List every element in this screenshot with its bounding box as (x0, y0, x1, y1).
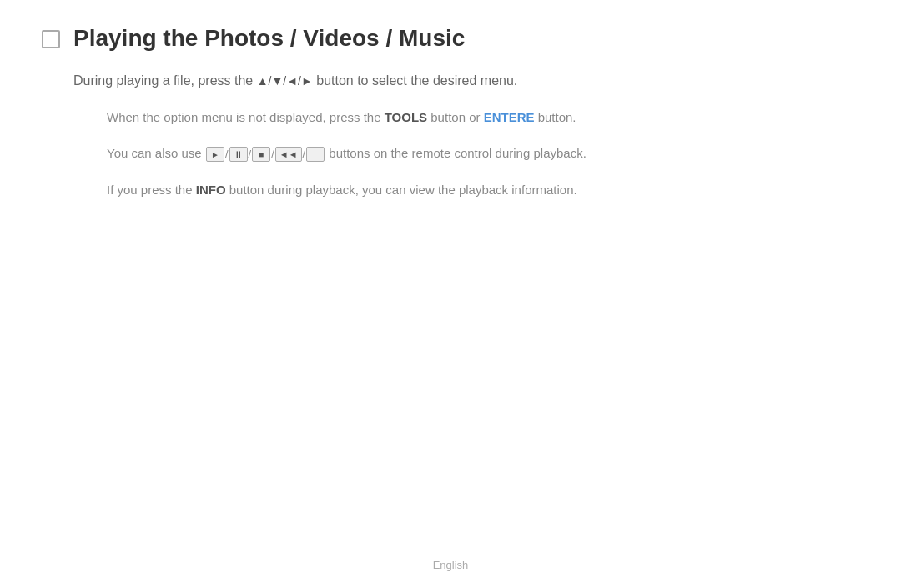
separator-3: / (271, 148, 274, 160)
separator-2: / (249, 148, 252, 160)
sub2-text-after: buttons on the remote control during pla… (325, 146, 586, 160)
checkbox-icon (42, 30, 60, 48)
content-body: During playing a file, press the ▲/▼/◄/►… (42, 70, 859, 200)
separator-1: / (225, 148, 229, 160)
sub-paragraph-3: If you press the INFO button during play… (107, 179, 859, 201)
main-paragraph: During playing a file, press the ▲/▼/◄/►… (73, 70, 859, 92)
sub1-text-after: button. (535, 110, 576, 124)
page-container: Playing the Photos / Videos / Music Duri… (0, 0, 901, 588)
pause-button-icon: ⏸ (229, 147, 248, 162)
sub-content: When the option menu is not displayed, p… (73, 107, 859, 201)
sub-paragraph-2: You can also use ►/⏸/■/◄◄/ buttons on th… (107, 143, 859, 164)
sub1-text-before: When the option menu is not displayed, p… (107, 110, 385, 124)
nav-arrows: ▲/▼/◄/► (257, 74, 313, 88)
sub3-text-after: button during playback, you can view the… (226, 183, 577, 197)
stop-button-icon: ■ (252, 147, 270, 162)
forward-button-icon (306, 147, 325, 162)
separator-4: / (303, 148, 306, 160)
sub3-text-before: If you press the (107, 183, 196, 197)
sub1-text-middle: button or (427, 110, 484, 124)
enter-label: ENTERE (484, 110, 535, 124)
page-title: Playing the Photos / Videos / Music (73, 25, 465, 52)
footer: English (0, 559, 901, 571)
title-row: Playing the Photos / Videos / Music (42, 25, 859, 52)
tools-label: TOOLS (385, 110, 427, 124)
rewind-button-icon: ◄◄ (275, 147, 302, 162)
sub-paragraph-1: When the option menu is not displayed, p… (107, 107, 859, 128)
sub2-text-before: You can also use (107, 146, 205, 160)
info-label: INFO (196, 183, 226, 197)
footer-text: English (433, 559, 469, 571)
play-button-icon: ► (206, 147, 224, 162)
